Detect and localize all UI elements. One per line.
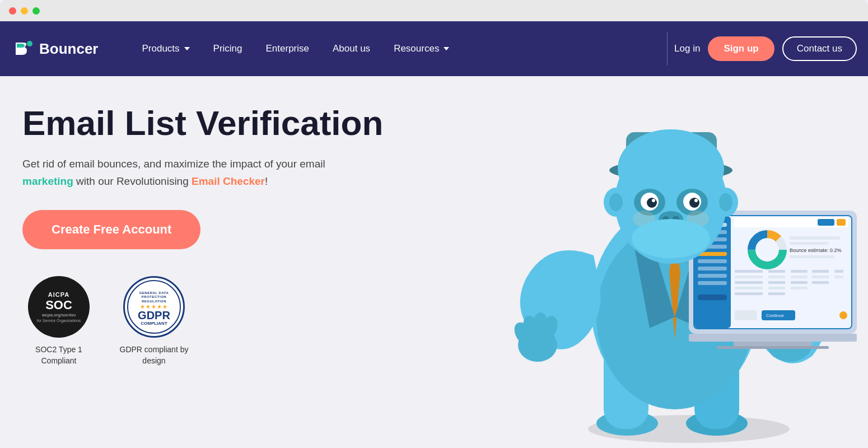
login-link[interactable]: Log in	[674, 43, 700, 54]
svg-rect-44	[768, 270, 785, 273]
nav-pricing[interactable]: Pricing	[203, 39, 253, 59]
logo-svg	[11, 37, 35, 60]
svg-rect-61	[768, 292, 785, 295]
svg-rect-66	[689, 334, 857, 342]
logo-link[interactable]: Bouncer	[11, 37, 98, 60]
svg-rect-54	[768, 281, 785, 284]
svg-rect-27	[698, 267, 727, 270]
window-chrome	[0, 0, 868, 21]
gdpr-title-top: GENERAL DATA PROTECTION REGULATION	[133, 291, 175, 304]
soc2-label: SOC2 Type 1 Compliant	[22, 344, 95, 366]
svg-rect-52	[834, 276, 843, 278]
signup-button[interactable]: Sign up	[708, 36, 774, 61]
hero-illustration: Bounce estimate: 0.2%	[364, 76, 868, 448]
nav-enterprise[interactable]: Enterprise	[256, 39, 319, 59]
logo-icon	[11, 37, 35, 60]
svg-rect-47	[834, 270, 843, 273]
svg-rect-32	[818, 219, 834, 226]
aicpa-sub: aicpa.org/soc4so	[38, 312, 80, 318]
aicpa-text: AICPA	[48, 291, 69, 298]
gdpr-badge-circle: GENERAL DATA PROTECTION REGULATION ★★★★★…	[123, 276, 185, 338]
svg-rect-58	[768, 287, 785, 290]
svg-rect-56	[812, 281, 829, 284]
svg-text:Bounce estimate: 0.2%: Bounce estimate: 0.2%	[790, 248, 842, 253]
gdpr-sub-text: COMPLIANT	[141, 321, 167, 326]
nav-products[interactable]: Products	[132, 39, 199, 59]
minimize-dot[interactable]	[21, 7, 28, 15]
svg-point-73	[618, 129, 724, 208]
nav-actions: Log in Sign up Contact us	[674, 36, 857, 61]
svg-point-1	[27, 41, 32, 46]
svg-rect-48	[735, 276, 763, 278]
svg-rect-30	[698, 295, 727, 300]
nav-divider	[667, 32, 668, 66]
svg-rect-43	[735, 270, 763, 273]
chevron-down-icon	[444, 47, 449, 50]
svg-rect-29	[698, 281, 727, 285]
svg-rect-46	[812, 270, 829, 273]
svg-rect-39	[790, 242, 829, 245]
svg-point-88	[719, 193, 732, 211]
maximize-dot[interactable]	[32, 7, 40, 15]
svg-point-80	[652, 199, 655, 202]
svg-rect-45	[791, 270, 808, 273]
gdpr-main-text: GDPR	[138, 310, 170, 321]
soc-description: for Service Organizations	[34, 319, 85, 323]
gdpr-badge: GENERAL DATA PROTECTION REGULATION ★★★★★…	[118, 276, 190, 366]
logo-text: Bouncer	[39, 40, 98, 58]
chevron-down-icon	[184, 47, 190, 50]
nav-resources[interactable]: Resources	[384, 39, 459, 59]
email-checker-highlight: Email Checker	[192, 175, 265, 187]
hero-subtitle: Get rid of email bounces, and maximize t…	[22, 156, 347, 190]
hero-title: Email List Verification	[22, 104, 386, 142]
svg-rect-57	[735, 287, 763, 290]
svg-rect-28	[698, 274, 727, 278]
nav-links: Products Pricing Enterprise About us Res…	[132, 39, 660, 59]
svg-rect-62	[735, 310, 757, 320]
svg-rect-26	[698, 259, 727, 263]
marketing-highlight: marketing	[22, 175, 73, 187]
badges-row: AICPA SOC aicpa.org/soc4so for Service O…	[22, 276, 386, 366]
svg-rect-68	[717, 346, 829, 349]
svg-rect-55	[791, 281, 808, 284]
navbar: Bouncer Products Pricing Enterprise Abou…	[0, 21, 868, 76]
svg-rect-53	[735, 281, 763, 284]
hero-section: Email List Verification Get rid of email…	[0, 76, 868, 448]
soc2-badge: AICPA SOC aicpa.org/soc4so for Service O…	[22, 276, 95, 366]
contact-button[interactable]: Contact us	[782, 36, 857, 61]
svg-rect-41	[790, 255, 834, 258]
svg-point-81	[694, 199, 698, 202]
svg-text:Continue: Continue	[766, 313, 785, 318]
create-account-button[interactable]: Create Free Account	[22, 210, 200, 249]
svg-point-78	[647, 198, 657, 208]
soc2-badge-circle: AICPA SOC aicpa.org/soc4so for Service O…	[28, 276, 90, 338]
soc-text: SOC	[45, 298, 72, 312]
svg-point-86	[609, 193, 623, 211]
svg-rect-38	[790, 236, 840, 240]
hero-content: Email List Verification Get rid of email…	[22, 99, 386, 366]
svg-point-91	[632, 219, 710, 258]
svg-rect-33	[837, 219, 846, 226]
nav-about[interactable]: About us	[323, 39, 380, 59]
svg-rect-60	[735, 292, 763, 295]
svg-rect-50	[791, 276, 808, 278]
close-dot[interactable]	[9, 7, 16, 15]
svg-point-79	[689, 198, 699, 208]
gdpr-label: GDPR compliant by design	[118, 344, 190, 366]
svg-rect-51	[812, 276, 829, 278]
svg-rect-67	[734, 342, 812, 346]
gorilla-svg: Bounce estimate: 0.2%	[364, 76, 868, 448]
svg-rect-49	[768, 276, 785, 278]
svg-rect-59	[791, 287, 808, 290]
svg-point-65	[839, 311, 847, 319]
